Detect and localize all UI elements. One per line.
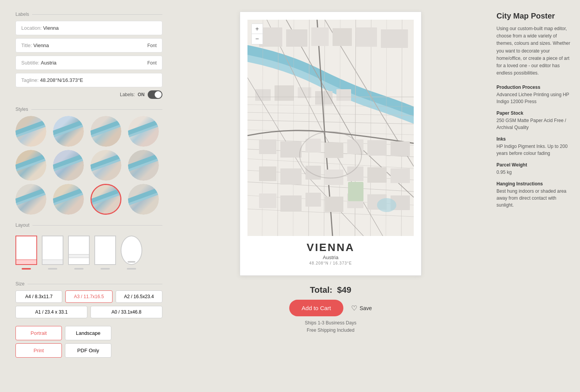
spec-label: Parcel Weight bbox=[496, 162, 571, 168]
shipping-info: Ships 1-3 Business Days Free Shipping In… bbox=[289, 319, 372, 334]
spec-item: Hanging InstructionsBest hung indoors or… bbox=[496, 181, 571, 209]
tagline-field-content: Tagline: 48.208°N/16.373°E bbox=[21, 77, 83, 83]
save-button[interactable]: ♡ Save bbox=[351, 304, 372, 312]
svg-rect-44 bbox=[305, 193, 321, 207]
svg-rect-33 bbox=[367, 140, 387, 156]
right-panel: City Map Poster Using our custom-built m… bbox=[487, 0, 580, 392]
svg-rect-43 bbox=[280, 195, 302, 212]
spec-item: Production ProcessAdvanced Lichee Printi… bbox=[496, 85, 571, 105]
heart-icon: ♡ bbox=[351, 304, 357, 312]
styles-section: Styles bbox=[15, 107, 162, 215]
subtitle-font-button[interactable]: Font bbox=[147, 60, 157, 66]
size-a2[interactable]: A2 / 16.5x23.4 bbox=[116, 290, 162, 303]
zoom-out-button[interactable]: − bbox=[252, 34, 263, 44]
spec-item: Paper Stock250 GSM Matte Paper Acid Free… bbox=[496, 110, 571, 131]
svg-rect-54 bbox=[333, 28, 352, 46]
landscape-button[interactable]: Landscape bbox=[65, 326, 111, 340]
labels-toggle-switch[interactable] bbox=[148, 90, 162, 99]
location-label: Location: Vienna bbox=[21, 25, 59, 31]
orient-format-section: Portrait Landscape Print PDF Only bbox=[15, 326, 162, 358]
spec-value: Advanced Lichee Printing using HP Indigo… bbox=[496, 91, 571, 105]
labels-toggle-label: Labels: ON bbox=[120, 92, 145, 97]
title-field[interactable]: Title: Vienna Font bbox=[15, 38, 162, 53]
add-to-cart-row: Add to Cart ♡ Save bbox=[289, 300, 372, 316]
layout-no-label[interactable] bbox=[94, 236, 116, 270]
svg-rect-56 bbox=[381, 29, 408, 48]
labels-section: Labels Location: Vienna Title: Vienna Fo… bbox=[15, 12, 162, 99]
spec-label: Inks bbox=[496, 136, 571, 142]
shipping-line2: Free Shipping Included bbox=[289, 327, 372, 334]
shipping-line1: Ships 1-3 Business Days bbox=[289, 319, 372, 327]
size-a4[interactable]: A4 / 8.3x11.7 bbox=[15, 290, 62, 303]
svg-rect-52 bbox=[286, 29, 307, 47]
svg-rect-40 bbox=[367, 167, 387, 183]
size-a3[interactable]: A3 / 11.7x16.5 bbox=[65, 290, 112, 303]
layout-options bbox=[15, 232, 162, 273]
map-container: + − bbox=[247, 20, 414, 236]
svg-rect-50 bbox=[348, 182, 363, 201]
map-zoom-controls: + − bbox=[251, 24, 263, 44]
style-option-4[interactable] bbox=[128, 116, 159, 147]
size-a0[interactable]: A0 / 33.1x46.8 bbox=[90, 306, 162, 318]
map-svg bbox=[247, 20, 414, 236]
title-font-button[interactable]: Font bbox=[147, 43, 157, 48]
spec-label: Production Process bbox=[496, 85, 571, 90]
title-field-content: Title: Vienna bbox=[21, 42, 49, 48]
labels-section-title: Labels bbox=[15, 12, 162, 17]
subtitle-field[interactable]: Subtitle: Austria Font bbox=[15, 56, 162, 70]
labels-toggle-row: Labels: ON bbox=[15, 90, 162, 99]
zoom-in-button[interactable]: + bbox=[252, 24, 263, 34]
style-option-6[interactable] bbox=[53, 150, 84, 181]
style-option-8[interactable] bbox=[128, 150, 159, 181]
portrait-button[interactable]: Portrait bbox=[15, 326, 62, 340]
svg-point-49 bbox=[377, 198, 396, 212]
spec-value: HP Indigo Pigment Inks. Up to 200 years … bbox=[496, 143, 571, 157]
location-field: Location: Vienna bbox=[15, 21, 162, 35]
add-to-cart-button[interactable]: Add to Cart bbox=[289, 300, 343, 316]
layout-portrait-bar-middle[interactable] bbox=[68, 236, 90, 270]
svg-rect-28 bbox=[259, 139, 276, 154]
svg-rect-41 bbox=[391, 168, 410, 183]
style-option-11[interactable] bbox=[90, 184, 121, 215]
styles-section-title: Styles bbox=[15, 107, 162, 112]
style-option-3[interactable] bbox=[90, 116, 121, 147]
style-option-1[interactable] bbox=[15, 116, 46, 147]
pdf-only-button[interactable]: PDF Only bbox=[65, 343, 111, 358]
layout-circle[interactable] bbox=[121, 236, 142, 270]
size-a1[interactable]: A1 / 23.4 x 33.1 bbox=[15, 306, 87, 318]
svg-rect-53 bbox=[311, 27, 329, 46]
svg-rect-31 bbox=[325, 143, 343, 158]
subtitle-field-content: Subtitle: Austria bbox=[21, 60, 56, 66]
layout-portrait-bar-bottom-2[interactable] bbox=[42, 236, 63, 270]
save-label: Save bbox=[360, 305, 372, 311]
style-option-10[interactable] bbox=[53, 184, 84, 215]
svg-rect-30 bbox=[305, 139, 321, 153]
map-city-subtitle: Austria bbox=[248, 255, 413, 260]
map-city-name: VIENNA bbox=[248, 241, 413, 254]
style-option-5[interactable] bbox=[15, 150, 46, 181]
map-label-area: VIENNA Austria 48.208°N / 16.373°E bbox=[248, 236, 413, 268]
spec-label: Hanging Instructions bbox=[496, 181, 571, 187]
total-section: Total: $49 Add to Cart ♡ Save Ships 1-3 … bbox=[289, 285, 372, 334]
size-section-title: Size bbox=[15, 281, 162, 287]
layout-section: Layout bbox=[15, 222, 162, 273]
svg-rect-35 bbox=[259, 166, 276, 181]
layout-portrait-bar-bottom[interactable] bbox=[15, 236, 37, 270]
tagline-field[interactable]: Tagline: 48.208°N/16.373°E bbox=[15, 73, 162, 87]
spec-item: Parcel Weight0.95 kg bbox=[496, 162, 571, 176]
spec-item: InksHP Indigo Pigment Inks. Up to 200 ye… bbox=[496, 136, 571, 157]
size-grid-row2: A1 / 23.4 x 33.1 A0 / 33.1x46.8 bbox=[15, 306, 162, 318]
layout-section-title: Layout bbox=[15, 222, 162, 228]
style-option-7[interactable] bbox=[90, 150, 121, 181]
print-button[interactable]: Print bbox=[15, 343, 62, 358]
spec-label: Paper Stock bbox=[496, 110, 571, 116]
product-title: City Map Poster bbox=[496, 12, 571, 20]
svg-rect-34 bbox=[391, 141, 410, 156]
style-option-9[interactable] bbox=[15, 184, 46, 215]
svg-rect-5 bbox=[336, 89, 351, 101]
map-city-tagline: 48.208°N / 16.373°E bbox=[248, 261, 413, 265]
style-option-2[interactable] bbox=[53, 116, 84, 147]
size-section: Size A4 / 8.3x11.7 A3 / 11.7x16.5 A2 / 1… bbox=[15, 281, 162, 318]
svg-rect-29 bbox=[280, 141, 302, 158]
style-option-12[interactable] bbox=[128, 184, 159, 215]
